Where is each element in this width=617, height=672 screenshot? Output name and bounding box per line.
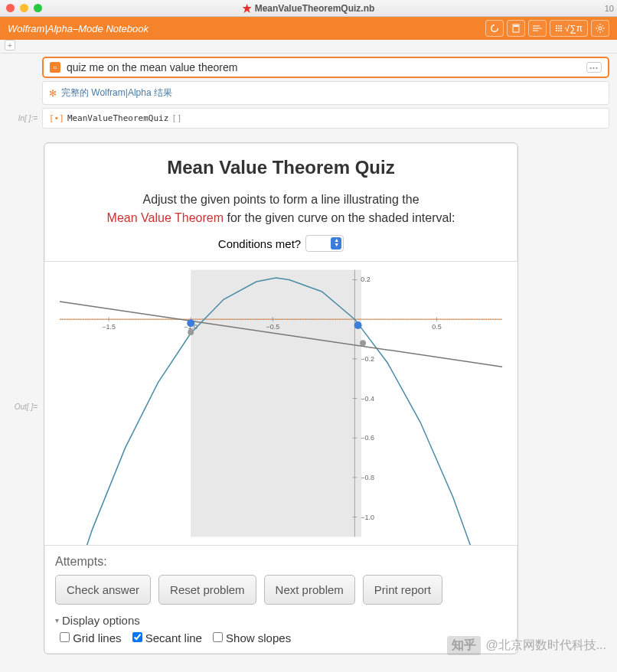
zoom-percent: 10 — [605, 4, 614, 13]
code-row: In[ ]:= [•] MeanValueTheoremQuiz [] — [0, 108, 609, 129]
code-args: [] — [171, 113, 181, 123]
reset-problem-button[interactable]: Reset problem — [158, 575, 256, 605]
svg-text:−0.6: −0.6 — [361, 434, 374, 442]
window-title: MeanValueTheoremQuiz.nb — [243, 3, 375, 14]
more-button[interactable]: ••• — [586, 62, 602, 73]
quiz-header: Mean Value Theorem Quiz Adjust the given… — [44, 143, 517, 261]
display-options-toggle[interactable]: ▾ Display options — [55, 614, 507, 627]
math-input-button[interactable]: √∑π — [550, 20, 588, 37]
conditions-select[interactable]: ▲▼ — [305, 235, 344, 252]
display-options-checks: Grid lines Secant line Show slopes — [55, 631, 507, 644]
svg-point-6 — [556, 25, 557, 27]
refresh-button[interactable] — [485, 20, 504, 37]
header-tools: √∑π — [485, 20, 609, 37]
secant-check[interactable]: Secant line — [132, 631, 202, 644]
code-cell[interactable]: [•] MeanValueTheoremQuiz [] — [42, 108, 609, 129]
wolfram-icon — [243, 4, 252, 13]
display-options-label: Display options — [62, 614, 140, 627]
filename-label: MeanValueTheoremQuiz.nb — [255, 3, 375, 14]
next-problem-button[interactable]: Next problem — [264, 575, 355, 605]
svg-text:−0.2: −0.2 — [361, 355, 374, 363]
walpha-link-text: 完整的 Wolfram|Alpha 结果 — [61, 86, 172, 99]
quiz-description: Adjust the given points to form a line i… — [60, 191, 502, 227]
svg-rect-16 — [191, 270, 361, 537]
svg-point-11 — [560, 28, 562, 29]
zoom-icon[interactable] — [34, 4, 42, 12]
window-controls — [6, 4, 42, 12]
svg-text:−0.5: −0.5 — [266, 323, 279, 331]
minimize-icon[interactable] — [20, 4, 28, 12]
settings-button[interactable] — [591, 20, 609, 37]
in-label: In[ ]:= — [0, 108, 42, 122]
nl-input-text: quiz me on the mean value theorem — [67, 61, 586, 73]
button-row: Check answer Reset problem Next problem … — [55, 575, 507, 605]
svg-text:0.2: 0.2 — [361, 276, 370, 283]
svg-point-43 — [187, 319, 194, 327]
notebook-mode-label: Wolfram|Alpha–Mode Notebook — [8, 23, 149, 34]
quiz-footer: Attempts: Check answer Reset problem Nex… — [44, 546, 517, 654]
sun-icon: ✻ — [49, 88, 57, 99]
svg-text:−1.5: −1.5 — [102, 323, 116, 331]
notebook-header: Wolfram|Alpha–Mode Notebook √∑π — [0, 17, 617, 40]
svg-point-10 — [558, 28, 560, 29]
svg-point-44 — [354, 321, 362, 329]
code-function: MeanValueTheoremQuiz — [67, 113, 168, 123]
svg-rect-2 — [514, 25, 518, 27]
conditions-label: Conditions met? — [218, 237, 301, 250]
conditions-row: Conditions met? ▲▼ — [60, 235, 502, 252]
svg-text:0.5: 0.5 — [432, 323, 441, 331]
svg-point-9 — [556, 28, 557, 29]
desc-part2: for the given curve on the shaded interv… — [224, 211, 455, 224]
calculator-button[interactable] — [507, 20, 525, 37]
mvt-chart[interactable]: −1.5−1.0−0.50.50.2−0.2−0.4−0.6−0.8−1.0 — [44, 262, 517, 545]
gridlines-check[interactable]: Grid lines — [60, 631, 122, 644]
svg-point-42 — [360, 340, 366, 346]
print-report-button[interactable]: Print report — [363, 575, 442, 605]
svg-point-13 — [558, 30, 560, 31]
check-answer-button[interactable]: Check answer — [55, 575, 151, 605]
attempts-label: Attempts: — [55, 555, 507, 569]
svg-text:−0.8: −0.8 — [361, 474, 374, 481]
svg-point-7 — [558, 25, 560, 27]
output-row: Out[ ]= Mean Value Theorem Quiz Adjust t… — [0, 142, 609, 654]
equal-icon: = — [50, 62, 60, 73]
svg-text:−1.0: −1.0 — [361, 514, 374, 521]
add-cell-row: + — [0, 40, 617, 54]
svg-marker-0 — [243, 4, 252, 13]
bracket-icon: [•] — [49, 113, 64, 123]
chart-area[interactable]: −1.5−1.0−0.50.50.2−0.2−0.4−0.6−0.8−1.0 — [44, 261, 517, 546]
svg-point-15 — [599, 27, 602, 30]
chevron-down-icon: ▾ — [55, 616, 59, 625]
close-icon[interactable] — [6, 4, 15, 12]
math-symbols-label: √∑π — [565, 23, 583, 34]
out-label: Out[ ]= — [0, 142, 42, 411]
quiz-panel: Mean Value Theorem Quiz Adjust the given… — [44, 142, 518, 654]
mvt-link[interactable]: Mean Value Theorem — [107, 211, 224, 224]
svg-point-41 — [188, 329, 194, 335]
quiz-title: Mean Value Theorem Quiz — [60, 157, 502, 178]
svg-text:−0.4: −0.4 — [361, 395, 374, 403]
add-cell-button[interactable]: + — [5, 40, 15, 51]
window-titlebar: MeanValueTheoremQuiz.nb 10 — [0, 0, 617, 17]
desc-part1: Adjust the given points to form a line i… — [142, 193, 419, 206]
svg-point-8 — [560, 25, 562, 27]
walpha-result-link[interactable]: ✻ 完整的 Wolfram|Alpha 结果 — [42, 81, 609, 105]
svg-point-14 — [560, 30, 562, 31]
slopes-check[interactable]: Show slopes — [213, 631, 291, 644]
svg-point-12 — [556, 30, 557, 31]
nl-input-cell[interactable]: = quiz me on the mean value theorem ••• — [42, 57, 609, 78]
format-button[interactable] — [528, 20, 547, 37]
